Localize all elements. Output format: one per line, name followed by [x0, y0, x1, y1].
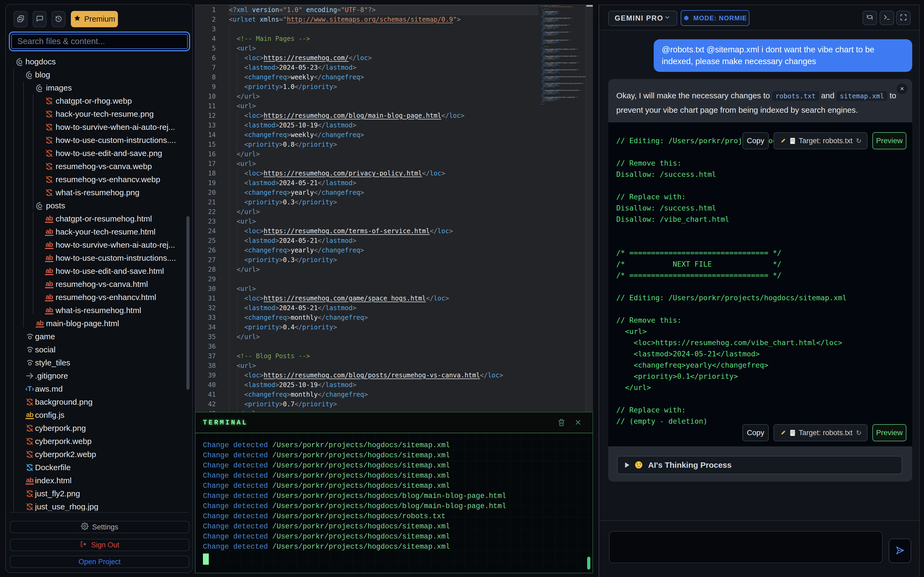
image-icon — [44, 109, 55, 119]
tree-item-label: aws.md — [35, 384, 63, 393]
tree-item[interactable]: abresumehog-vs-enhancv.html — [6, 291, 192, 304]
tree-item[interactable]: abchatgpt-or-resumehog.html — [6, 212, 192, 225]
preview-button[interactable]: Preview — [872, 132, 906, 149]
trash-icon[interactable] — [557, 418, 566, 428]
editor-code-area: 1<?xml version="1.0" encoding="UTF-8"?>2… — [195, 5, 586, 412]
target-file-chip[interactable]: Target: robots.txt ↻ — [774, 132, 867, 149]
search-input[interactable] — [18, 37, 181, 46]
terminal-toggle-button[interactable] — [880, 11, 894, 25]
folder-open-icon — [15, 56, 26, 67]
tree-item[interactable]: blog — [6, 68, 192, 81]
terminal-scrollbar[interactable] — [587, 557, 590, 569]
tree-item[interactable]: cyberpork2.webp — [6, 448, 192, 461]
ab-orange-icon: ab — [44, 213, 55, 224]
tree-item[interactable]: abmain-blog-page.html — [6, 317, 192, 330]
mode-button[interactable]: MODE: NORMIE — [681, 10, 750, 26]
image-icon — [44, 135, 55, 146]
code-text: <url> — [229, 284, 256, 293]
line-number: 14 — [195, 130, 216, 140]
line-number: 34 — [195, 322, 216, 332]
tree-item[interactable]: cyberpork.png — [6, 422, 192, 435]
line-number: 27 — [195, 255, 216, 265]
tree-item[interactable]: abhow-to-survive-when-ai-auto-rej... — [6, 238, 192, 251]
tree-item[interactable]: style_tiles — [6, 356, 192, 369]
tree-item[interactable]: hack-your-tech-resume.png — [6, 107, 192, 121]
tree-item[interactable]: hogdocs — [6, 55, 192, 68]
code-text: </url> — [229, 207, 260, 217]
code-line: Disallow: /vibe_chart.html — [616, 214, 847, 225]
chat-area: @robots.txt @sitemap.xml i dont want the… — [599, 31, 919, 520]
tree-item[interactable]: just_fly2.png — [6, 487, 192, 500]
tree-item[interactable]: abwhat-is-resumehog.html — [6, 304, 192, 317]
tree-item[interactable]: how-to-survive-when-ai-auto-rej... — [6, 121, 192, 134]
tree-item[interactable]: chatgpt-or-rhog.webp — [6, 94, 192, 107]
send-icon — [895, 546, 905, 556]
sign-out-label: Sign Out — [91, 541, 119, 549]
terminal-output[interactable]: Change detected /Users/porkr/projects/ho… — [195, 434, 593, 573]
send-button[interactable] — [889, 538, 911, 563]
history-button[interactable] — [52, 11, 66, 27]
tree-item-label: posts — [46, 201, 65, 210]
editor-scrollbar-thumb[interactable] — [586, 5, 593, 7]
tree-item[interactable]: abhack-your-tech-resume.html — [6, 225, 192, 238]
tree-item-label: social — [35, 345, 56, 354]
tree-item[interactable]: ‹T›aws.md — [6, 382, 192, 395]
restart-chat-button[interactable] — [863, 11, 877, 25]
tree-item-label: cyberpork.png — [35, 424, 86, 433]
editor-line: 2<urlset xmlns="http://www.sitemaps.org/… — [195, 15, 586, 24]
sign-out-button[interactable]: Sign Out — [10, 539, 189, 551]
indent-guide — [237, 226, 237, 272]
copy-button[interactable]: Copy — [743, 424, 769, 441]
copy-button[interactable]: Copy — [743, 132, 769, 149]
tree-item[interactable]: social — [6, 343, 192, 356]
tree-item-label: images — [46, 83, 72, 92]
tree-item[interactable]: game — [6, 330, 192, 343]
editor-line: 10 </url> — [195, 92, 586, 101]
tree-item[interactable]: abindex.html — [6, 474, 192, 487]
fullscreen-button[interactable] — [896, 11, 911, 25]
tree-item-label: just_fly2.png — [35, 489, 80, 498]
tree-item[interactable]: cyberpork.webp — [6, 435, 192, 448]
tree-item[interactable]: posts — [6, 199, 192, 212]
editor-scrollbar[interactable] — [586, 5, 593, 412]
tree-item[interactable]: what-is-resumehog.png — [6, 186, 192, 199]
code-line — [616, 303, 847, 315]
thinking-process-toggle[interactable]: AI's Thinking Process — [617, 456, 902, 474]
chat-bubble-icon — [36, 15, 44, 24]
editor-line: 37 <!-- Blog Posts --> — [195, 351, 586, 361]
tree-item[interactable]: abresumehog-vs-canva.html — [6, 277, 192, 291]
editor-line: 16 </url> — [195, 149, 586, 159]
open-project-button[interactable]: Open Project — [10, 556, 189, 568]
code-line: // Remove this: — [616, 315, 847, 326]
assistant-header: GEMINI PRO MODE: NORMIE — [599, 5, 919, 31]
tree-item[interactable]: abconfig.js — [6, 408, 192, 422]
editor-minimap[interactable]: <?xml version="1.0" encoding="UTF-8"?><u… — [540, 5, 586, 105]
tree-item[interactable]: just_use_rhog.jpg — [6, 500, 192, 511]
model-select[interactable]: GEMINI PRO — [608, 11, 677, 26]
tree-item[interactable]: resumehog-vs-canva.webp — [6, 160, 192, 173]
chat-input[interactable] — [609, 531, 882, 563]
tree-item[interactable]: Dockerfile — [6, 461, 192, 474]
tree-item-label: style_tiles — [35, 358, 70, 367]
target-file-chip[interactable]: Target: robots.txt ↻ — [774, 424, 867, 441]
file-tree-scrollbar[interactable] — [186, 216, 189, 390]
tree-item[interactable]: how-to-use-edit-and-save.png — [6, 147, 192, 160]
preview-button[interactable]: Preview — [872, 424, 906, 441]
new-file-button[interactable] — [14, 11, 27, 27]
terminal-line: Change detected /Users/porkr/projects/ho… — [203, 521, 593, 532]
code-editor[interactable]: 1<?xml version="1.0" encoding="UTF-8"?>2… — [195, 5, 593, 412]
code-text: <loc>https://resumehog.com/terms-of-serv… — [229, 226, 453, 236]
assistant-message: Okay, I will make the necessary changes … — [608, 79, 912, 482]
close-terminal-icon[interactable] — [574, 418, 582, 428]
tree-item[interactable]: images — [6, 81, 192, 94]
tree-guide-line — [33, 212, 34, 314]
tree-item[interactable]: resumehog-vs-enhancv.webp — [6, 173, 192, 186]
chat-button[interactable] — [32, 11, 47, 27]
tree-item[interactable]: abhow-to-use-edit-and-save.html — [6, 264, 192, 277]
settings-button[interactable]: Settings — [10, 521, 189, 533]
tree-item[interactable]: how-to-use-custom-instructions.... — [6, 134, 192, 147]
premium-button[interactable]: Premium — [71, 11, 118, 27]
tree-item[interactable]: .gitignore — [6, 369, 192, 382]
tree-item[interactable]: background.png — [6, 395, 192, 408]
tree-item[interactable]: abhow-to-use-custom-instructions.... — [6, 251, 192, 264]
